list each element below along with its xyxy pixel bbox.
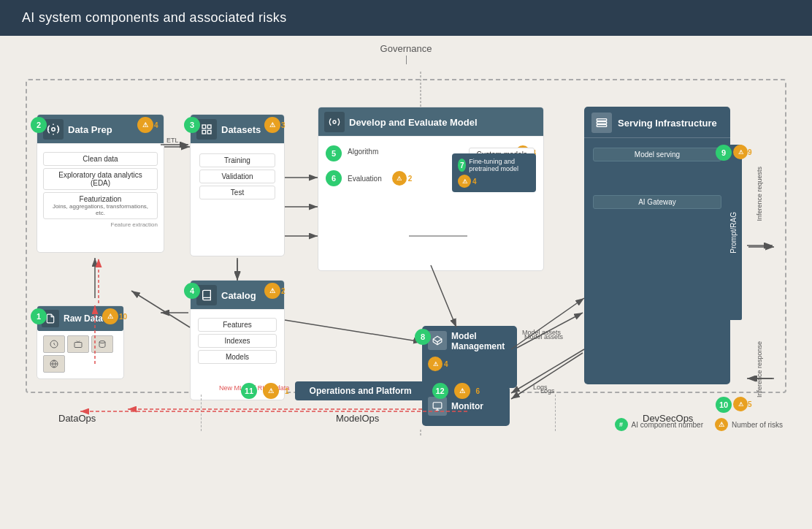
evaluation-number-badge: 6	[326, 170, 342, 186]
develop-evaluate-title: Develop and Evaluate Model	[349, 117, 478, 128]
legend-risk-icon: ⚠	[715, 418, 728, 431]
ops-platform-risk-11-icon: ⚠	[263, 383, 279, 399]
algorithm-label: Algorithm	[348, 148, 378, 156]
fine-tuning-risk: ⚠ 4	[458, 175, 530, 188]
ds-item-1	[43, 335, 65, 353]
develop-content: 5 Algorithm ⚠ 4 Custom models External m…	[318, 137, 543, 199]
ops-platform-risk-12-icon: ⚠	[454, 383, 470, 399]
svg-rect-28	[597, 119, 606, 121]
ds-item-2	[67, 335, 89, 353]
feature-extraction-label: Feature extraction	[43, 221, 158, 228]
divider-1	[201, 395, 202, 431]
serving-risk-number: 9	[748, 148, 752, 156]
data-prep-title: Data Prep	[68, 124, 112, 135]
serving-title: Serving Infrastructure	[618, 118, 717, 129]
serving-infrastructure-box: Serving Infrastructure Model serving AI …	[584, 107, 730, 384]
ds-item-4	[43, 355, 65, 373]
serving-risk-icon-10: ⚠	[733, 397, 748, 411]
governance-label: Governance	[15, 43, 797, 54]
develop-icon	[324, 112, 345, 132]
svg-rect-32	[74, 343, 82, 348]
model-management-risk: ⚠ 4	[422, 357, 517, 377]
datasets-content: Training Validation Test	[191, 144, 284, 209]
raw-data-risk-area: ⚠ 10	[102, 308, 127, 324]
legend-component-label: AI component number	[632, 421, 703, 429]
svg-point-22	[52, 128, 55, 132]
svg-rect-24	[207, 125, 211, 129]
clean-data-item: Clean data	[43, 152, 158, 166]
model-management-header: Model Management	[422, 326, 517, 357]
training-item: Training	[199, 153, 275, 167]
svg-point-27	[333, 121, 336, 123]
main-content: Governance ETL	[0, 36, 812, 527]
data-prep-risk-number: 4	[154, 121, 158, 129]
page-header: AI system components and associated risk…	[0, 0, 812, 36]
eda-item: Exploratory data analytics (EDA)	[43, 168, 158, 190]
diagram-area: ETL Model assets Logs	[15, 64, 797, 437]
catalog-number-badge: 4	[184, 283, 200, 299]
catalog-title: Catalog	[221, 290, 256, 301]
prompt-rag-bar: Prompt/RAG	[724, 145, 742, 320]
evaluation-risk: ⚠ 2	[392, 171, 413, 186]
algorithm-number-badge: 5	[326, 145, 342, 161]
ops-platform-row: 11 ⚠ 1 Operations and Platform 12 ⚠ 6	[241, 381, 480, 400]
divider-2	[555, 395, 556, 431]
svg-rect-29	[597, 122, 606, 124]
fine-tuning-label: Fine-tuning and pretrained model	[469, 158, 530, 172]
serving-risk-area: ⚠ 9	[733, 145, 752, 159]
data-prep-box: Data Prep Clean data Exploratory data an…	[37, 114, 164, 253]
prompt-rag-label: Prompt/RAG	[729, 212, 738, 254]
raw-data-risk-number: 10	[119, 313, 127, 321]
svg-point-33	[99, 341, 105, 343]
serving-risk-number-10: 5	[748, 400, 752, 408]
dataops-label: DataOps	[58, 413, 96, 424]
data-prep-risk-icon: ⚠	[137, 117, 153, 133]
serving-content: Model serving AI Gateway	[584, 138, 730, 218]
test-item: Test	[199, 186, 275, 199]
inference-requests-label: Inference requests	[756, 167, 763, 221]
raw-data-title: Raw Data	[64, 313, 103, 324]
model-management-number-badge: 8	[415, 329, 431, 345]
data-prep-content: Clean data Exploratory data analytics (E…	[37, 144, 164, 232]
evaluation-label: Evaluation	[348, 175, 382, 183]
inference-response-label: Inference response	[756, 341, 763, 397]
ops-platform-risk-12-number: 6	[476, 387, 480, 395]
model-management-title: Model Management	[451, 331, 511, 351]
ops-platform-risk-11-number: 1	[285, 387, 289, 395]
develop-evaluate-box: Develop and Evaluate Model 5 Algorithm ⚠…	[318, 107, 544, 271]
featurization-sub: Joins, aggregations, transformations, et…	[50, 203, 151, 216]
model-management-box: Model Management ⚠ 4	[422, 326, 517, 388]
monitor-title: Monitor	[451, 401, 483, 411]
validation-item: Validation	[199, 170, 275, 183]
datasets-title: Datasets	[221, 124, 261, 135]
featurization-item: Featurization Joins, aggregations, trans…	[43, 192, 158, 219]
datasets-box: Datasets Training Validation Test	[190, 114, 285, 256]
features-item: Features	[198, 318, 277, 332]
catalog-risk-icon: ⚠	[264, 283, 280, 299]
model-management-icon	[428, 331, 447, 350]
page-title: AI system components and associated risk…	[22, 10, 286, 25]
develop-evaluate-header: Develop and Evaluate Model	[318, 107, 543, 137]
serving-risk-icon: ⚠	[733, 145, 748, 159]
data-prep-number-badge: 2	[31, 117, 47, 133]
serving-number-badge: 9	[716, 145, 732, 161]
fine-tuning-number-badge: 7	[458, 159, 466, 172]
ops-platform-box: Operations and Platform	[295, 381, 426, 400]
svg-rect-25	[202, 130, 206, 134]
svg-rect-23	[202, 125, 206, 129]
raw-data-risk-icon: ⚠	[102, 308, 118, 324]
ds-item-3	[91, 335, 113, 353]
legend-component: # AI component number	[615, 418, 703, 431]
legend-risk: ⚠ Number of risks	[715, 418, 783, 431]
models-item: Models	[198, 350, 277, 364]
serving-header: Serving Infrastructure	[584, 107, 730, 138]
legend-component-icon: #	[615, 418, 628, 431]
ai-gateway-item: AI Gateway	[593, 195, 721, 209]
serving-risk-area-10: ⚠ 5	[733, 397, 752, 411]
datasets-number-badge: 3	[184, 117, 200, 133]
inference-requests-area: Inference requests	[745, 148, 774, 240]
ops-platform-number-12: 12	[432, 383, 448, 399]
indexes-item: Indexes	[198, 334, 277, 348]
svg-rect-30	[597, 125, 606, 127]
fine-tuning-header: 7 Fine-tuning and pretrained model	[458, 158, 530, 172]
